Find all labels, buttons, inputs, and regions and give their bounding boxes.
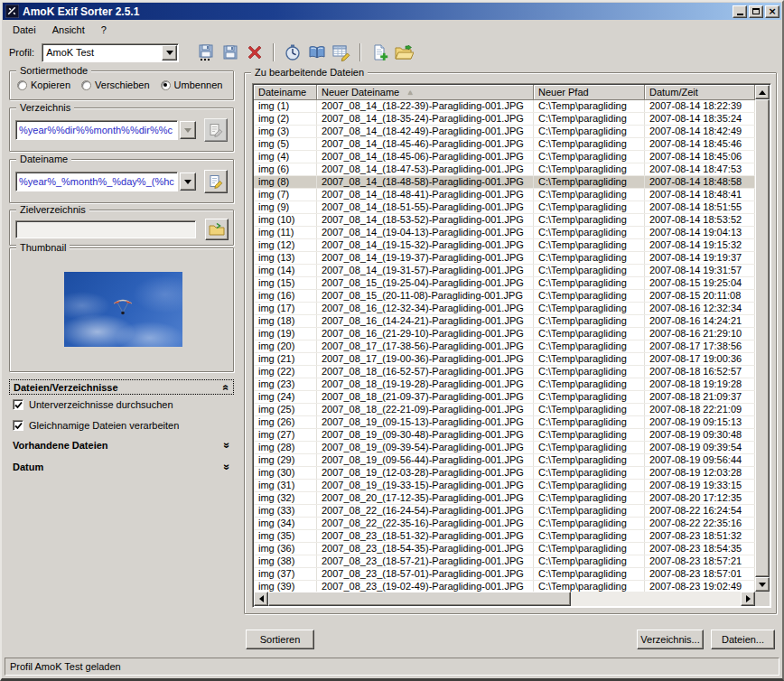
table-row[interactable]: img (24)2007_08_18_(21-09-37)-Paraglidin… bbox=[254, 391, 755, 404]
table-row[interactable]: img (21)2007_08_17_(19-00-36)-Paraglidin… bbox=[254, 353, 755, 366]
horizontal-scroll-thumb[interactable] bbox=[268, 592, 571, 606]
table-row[interactable]: img (35)2007_08_23_(18-51-32)-Paraglidin… bbox=[254, 530, 755, 543]
table-row[interactable]: img (37)2007_08_23_(18-57-01)-Paraglidin… bbox=[254, 568, 755, 581]
table-row[interactable]: img (39)2007_08_23_(19-02-49)-Paraglidin… bbox=[254, 581, 755, 592]
verzeichnis-label: Verzeichnis bbox=[16, 102, 74, 113]
menu-datei[interactable]: Datei bbox=[9, 23, 43, 37]
radio-verschieben[interactable]: Verschieben bbox=[81, 79, 150, 90]
column-header-datum-zeit[interactable]: Datum/Zeit bbox=[645, 85, 755, 100]
table-row[interactable]: img (32)2007_08_20_(17-12-35)-Paraglidin… bbox=[254, 492, 755, 505]
verzeichnis-edit-button[interactable] bbox=[204, 118, 228, 142]
table-row[interactable]: img (4)2007_08_14_(18-45-06)-Paragliding… bbox=[254, 151, 755, 163]
edit-variables-icon bbox=[209, 174, 223, 189]
add-files-button[interactable] bbox=[369, 42, 390, 63]
timer-button[interactable] bbox=[282, 42, 303, 63]
verzeichnis-dropdown-button[interactable] bbox=[180, 121, 196, 139]
table-row[interactable]: img (28)2007_08_19_(09-39-54)-Paraglidin… bbox=[254, 442, 755, 454]
edit-table-button[interactable] bbox=[331, 42, 352, 63]
table-cell: img (7) bbox=[254, 189, 317, 201]
dateiname-input[interactable] bbox=[15, 172, 178, 191]
table-row[interactable]: img (1)2007_08_14_(18-22-39)-Paragliding… bbox=[254, 100, 755, 113]
book-button[interactable] bbox=[306, 42, 328, 63]
vertical-scrollbar[interactable] bbox=[755, 85, 770, 592]
minimize-button[interactable] bbox=[733, 5, 747, 18]
table-row[interactable]: img (22)2007_08_18_(16-52-57)-Paraglidin… bbox=[254, 366, 755, 378]
column-header-dateiname[interactable]: Dateiname bbox=[254, 85, 317, 100]
table-row[interactable]: img (16)2007_08_15_(20-11-08)-Paraglidin… bbox=[254, 290, 755, 303]
profil-combobox-dropdown-button[interactable] bbox=[162, 45, 177, 61]
scroll-down-button[interactable] bbox=[755, 577, 770, 592]
table-row[interactable]: img (20)2007_08_17_(17-38-56)-Paraglidin… bbox=[254, 340, 755, 353]
checkbox-unterverzeichnisse[interactable]: Unterverzeichnisse durchsuchen bbox=[13, 399, 173, 410]
save-profile-button[interactable] bbox=[219, 42, 241, 63]
table-cell: 2007-08-14 18:47:53 bbox=[645, 163, 755, 175]
table-row[interactable]: img (30)2007_08_19_(12-03-28)-Paraglidin… bbox=[254, 467, 755, 480]
table-row[interactable]: img (7)2007_08_14_(18-48-41)-Paragliding… bbox=[254, 189, 755, 201]
table-row[interactable]: img (23)2007_08_18_(19-19-28)-Paraglidin… bbox=[254, 378, 755, 391]
table-row[interactable]: img (5)2007_08_14_(18-45-46)-Paragliding… bbox=[254, 138, 755, 151]
horizontal-scrollbar[interactable] bbox=[254, 592, 755, 606]
zielverzeichnis-browse-button[interactable] bbox=[205, 219, 229, 240]
scroll-left-button[interactable] bbox=[254, 592, 268, 606]
table-row[interactable]: img (8)2007_08_14_(18-48-58)-Paragliding… bbox=[254, 176, 755, 189]
table-cell: 2007-08-19 12:03:28 bbox=[645, 467, 755, 479]
table-row[interactable]: img (2)2007_08_14_(18-35-24)-Paragliding… bbox=[254, 113, 755, 126]
delete-profile-button[interactable] bbox=[244, 42, 266, 63]
column-header-neuer-dateiname[interactable]: Neuer Dateiname▲ bbox=[317, 85, 534, 100]
table-row[interactable]: img (31)2007_08_19_(19-33-15)-Paraglidin… bbox=[254, 480, 755, 492]
table-row[interactable]: img (34)2007_08_22_(22-35-16)-Paraglidin… bbox=[254, 518, 755, 530]
expander-vorhandene-dateien[interactable]: Vorhandene Dateien » bbox=[9, 438, 234, 452]
add-folder-button[interactable] bbox=[393, 42, 415, 63]
table-cell: 2007-08-14 18:45:46 bbox=[645, 138, 755, 150]
zielverzeichnis-input[interactable] bbox=[15, 220, 196, 238]
table-row[interactable]: img (10)2007_08_14_(18-53-52)-Paraglidin… bbox=[254, 214, 755, 227]
checked-checkbox-icon bbox=[13, 420, 23, 431]
scroll-right-button[interactable] bbox=[741, 592, 755, 606]
table-row[interactable]: img (36)2007_08_23_(18-54-35)-Paraglidin… bbox=[254, 543, 755, 555]
table-row[interactable]: img (14)2007_08_14_(19-31-57)-Paraglidin… bbox=[254, 265, 755, 277]
expander-datum[interactable]: Datum » bbox=[9, 460, 234, 474]
sortieren-button[interactable]: Sortieren bbox=[246, 630, 314, 649]
vertical-scroll-thumb[interactable] bbox=[755, 99, 770, 577]
table-row[interactable]: img (38)2007_08_23_(18-57-21)-Paraglidin… bbox=[254, 555, 755, 568]
table-row[interactable]: img (18)2007_08_16_(14-24-21)-Paraglidin… bbox=[254, 315, 755, 328]
scroll-up-button[interactable] bbox=[755, 85, 770, 99]
verzeichnis-button[interactable]: Verzeichnis... bbox=[637, 630, 704, 649]
radio-umbennen[interactable]: Umbennen bbox=[161, 79, 223, 90]
dateiname-edit-button[interactable] bbox=[204, 170, 228, 193]
verzeichnis-input[interactable] bbox=[15, 120, 178, 140]
table-cell: 2007_08_14_(18-35-24)-Paragliding-001.JP… bbox=[317, 113, 534, 125]
toolbar-separator bbox=[273, 43, 275, 61]
menu-help[interactable]: ? bbox=[98, 23, 114, 37]
profil-combobox[interactable]: AmoK Test bbox=[42, 43, 179, 62]
dateien-button[interactable]: Dateien... bbox=[711, 630, 775, 649]
table-row[interactable]: img (11)2007_08_14_(19-04-13)-Paraglidin… bbox=[254, 227, 755, 239]
table-row[interactable]: img (29)2007_08_19_(09-56-44)-Paraglidin… bbox=[254, 454, 755, 467]
maximize-button[interactable] bbox=[749, 5, 763, 18]
table-row[interactable]: img (3)2007_08_14_(18-42-49)-Paragliding… bbox=[254, 126, 755, 138]
table-row[interactable]: img (13)2007_08_14_(19-19-37)-Paraglidin… bbox=[254, 252, 755, 265]
table-row[interactable]: img (9)2007_08_14_(18-51-55)-Paragliding… bbox=[254, 201, 755, 214]
table-cell: img (10) bbox=[254, 214, 317, 226]
column-header-neuer-pfad[interactable]: Neuer Pfad bbox=[534, 85, 645, 100]
close-button[interactable]: × bbox=[765, 5, 779, 18]
horizontal-scroll-track[interactable] bbox=[268, 592, 741, 606]
table-row[interactable]: img (26)2007_08_19_(09-15-13)-Paraglidin… bbox=[254, 416, 755, 429]
save-as-profile-button[interactable] bbox=[195, 42, 217, 63]
titlebar[interactable]: AmoK Exif Sorter 2.5.1 × bbox=[3, 3, 781, 20]
table-row[interactable]: img (6)2007_08_14_(18-47-53)-Paragliding… bbox=[254, 163, 755, 176]
dateiname-dropdown-button[interactable] bbox=[180, 173, 196, 191]
table-row[interactable]: img (27)2007_08_19_(09-30-48)-Paraglidin… bbox=[254, 429, 755, 442]
table-row[interactable]: img (25)2007_08_18_(22-21-09)-Paraglidin… bbox=[254, 404, 755, 416]
menu-ansicht[interactable]: Ansicht bbox=[49, 23, 92, 37]
table-row[interactable]: img (15)2007_08_15_(19-25-04)-Paraglidin… bbox=[254, 277, 755, 290]
triangle-right-icon bbox=[746, 595, 751, 602]
table-row[interactable]: img (33)2007_08_22_(16-24-54)-Paraglidin… bbox=[254, 505, 755, 518]
table-row[interactable]: img (19)2007_08_16_(21-29-10)-Paraglidin… bbox=[254, 328, 755, 340]
table-row[interactable]: img (17)2007_08_16_(12-32-34)-Paraglidin… bbox=[254, 303, 755, 315]
checkbox-gleichnamige[interactable]: Gleichnamige Dateien verarbeiten bbox=[13, 420, 179, 431]
radio-kopieren[interactable]: Kopieren bbox=[17, 79, 70, 90]
expander-dateien-verzeichnisse[interactable]: Dateien/Verzeichnisse « bbox=[9, 379, 234, 395]
table-cell: img (14) bbox=[254, 265, 317, 276]
table-row[interactable]: img (12)2007_08_14_(19-15-32)-Paraglidin… bbox=[254, 239, 755, 252]
